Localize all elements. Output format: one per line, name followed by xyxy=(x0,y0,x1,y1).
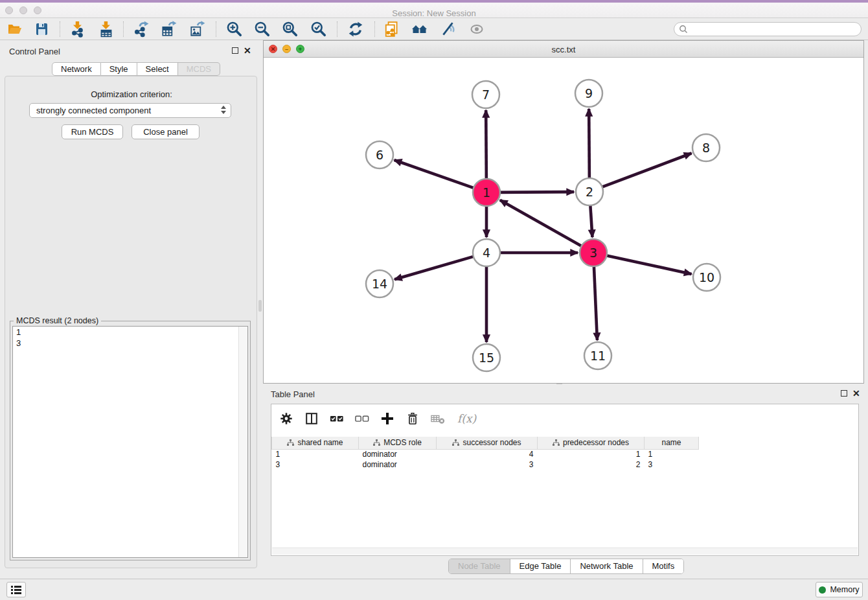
run-mcds-button[interactable]: Run MCDS xyxy=(62,124,123,139)
memory-label: Memory xyxy=(830,585,859,594)
graph-node-label-11: 11 xyxy=(590,349,606,363)
delete-row-icon[interactable] xyxy=(404,410,421,427)
show-graphics-details-icon[interactable] xyxy=(468,21,486,38)
tab-select[interactable]: Select xyxy=(137,62,178,76)
graph-edge-1-2[interactable] xyxy=(499,192,574,192)
column-header[interactable]: name xyxy=(645,437,699,449)
column-header[interactable]: predecessor nodes xyxy=(538,437,645,449)
graph-edge-3-11[interactable] xyxy=(594,266,597,340)
mcds-result-textarea[interactable]: 1 3 xyxy=(12,326,248,558)
tab-network-table[interactable]: Network Table xyxy=(570,559,642,573)
tab-node-table[interactable]: Node Table xyxy=(449,559,510,573)
column-header[interactable]: MCDS role xyxy=(359,437,437,449)
zoom-fit-icon[interactable] xyxy=(281,21,299,38)
graph-node-label-8: 8 xyxy=(702,141,710,155)
import-table-icon[interactable] xyxy=(97,21,115,38)
tab-motifs[interactable]: Motifs xyxy=(643,559,684,573)
hide-graphics-details-icon[interactable] xyxy=(439,21,457,38)
zoom-out-icon[interactable] xyxy=(253,21,271,38)
home-icon[interactable] xyxy=(411,21,429,38)
function-builder-icon: f(x) xyxy=(455,410,481,427)
toolbar-separator xyxy=(123,21,124,37)
toolbar-separator xyxy=(337,21,337,37)
main-toolbar xyxy=(0,18,868,40)
network-window-title: scc.txt xyxy=(264,45,863,54)
table-horizontal-scrollbar[interactable] xyxy=(272,548,858,555)
open-session-icon[interactable] xyxy=(5,21,23,38)
control-panel-title: Control Panel xyxy=(9,47,60,56)
table-header-row: shared name MCDS role successor nodes pr… xyxy=(272,437,859,449)
table-panel: Table Panel ✕ xyxy=(263,386,868,579)
optimization-criterion-label: Optimization criterion: xyxy=(5,89,258,99)
show-columns-icon[interactable] xyxy=(303,410,320,427)
toolbar-separator xyxy=(374,21,375,37)
export-table-icon[interactable] xyxy=(160,21,178,38)
zoom-in-icon[interactable] xyxy=(225,21,244,38)
delete-table-icon xyxy=(429,410,446,427)
column-header[interactable]: successor nodes xyxy=(437,437,538,449)
table-row[interactable]: 1 dominator 4 1 1 xyxy=(272,449,859,459)
network-graph[interactable]: 1234678910111415 xyxy=(264,58,863,383)
graph-edge-1-6[interactable] xyxy=(394,160,474,188)
network-view-window: ✕ – + scc.txt 1234678910111415 xyxy=(263,40,864,384)
save-session-icon[interactable] xyxy=(32,21,51,38)
mcds-result-group: MCDS result (2 nodes) 1 3 xyxy=(10,321,251,560)
tree-icon xyxy=(373,439,380,446)
mcds-result-title: MCDS result (2 nodes) xyxy=(14,316,101,325)
search-icon xyxy=(678,24,689,34)
memory-button[interactable]: Memory xyxy=(816,582,863,597)
table-options-icon[interactable] xyxy=(278,410,295,427)
memory-status-icon xyxy=(819,586,826,594)
tab-network[interactable]: Network xyxy=(52,62,101,76)
tab-edge-table[interactable]: Edge Table xyxy=(510,559,571,573)
export-image-icon[interactable] xyxy=(188,21,207,38)
network-window-titlebar[interactable]: ✕ – + scc.txt xyxy=(264,41,863,58)
search-box[interactable] xyxy=(674,22,862,36)
import-network-icon[interactable] xyxy=(69,21,87,38)
tab-style[interactable]: Style xyxy=(101,62,137,76)
graph-edge-3-10[interactable] xyxy=(606,255,692,274)
float-table-panel-icon[interactable] xyxy=(841,390,847,397)
graph-edge-2-8[interactable] xyxy=(602,153,692,187)
close-panel-button[interactable]: Close panel xyxy=(131,124,200,139)
zoom-selected-icon[interactable] xyxy=(310,21,328,38)
toolbar-separator xyxy=(60,21,60,37)
mcds-result-line: 3 xyxy=(13,338,247,349)
tree-icon xyxy=(553,439,560,446)
search-input[interactable] xyxy=(689,24,861,34)
tab-mcds[interactable]: MCDS xyxy=(178,62,220,76)
graph-edge-3-1[interactable] xyxy=(500,200,582,246)
refresh-icon[interactable] xyxy=(347,21,365,38)
node-table[interactable]: shared name MCDS role successor nodes pr… xyxy=(271,437,858,470)
list-icon xyxy=(10,584,22,595)
control-panel-tabs: Network Style Select MCDS xyxy=(52,62,220,76)
select-stepper-icon xyxy=(221,106,226,114)
vertical-splitter-handle[interactable] xyxy=(258,300,262,312)
add-row-icon[interactable] xyxy=(379,410,396,427)
optimization-criterion-select[interactable]: strongly connected component xyxy=(29,103,231,118)
close-table-panel-icon[interactable]: ✕ xyxy=(852,390,860,397)
export-network-icon[interactable] xyxy=(132,21,150,38)
network-canvas[interactable]: 1234678910111415 xyxy=(264,58,863,383)
graph-edge-1-7[interactable] xyxy=(486,110,486,179)
graph-node-label-9: 9 xyxy=(585,86,593,100)
task-history-button[interactable] xyxy=(6,582,26,597)
graph-node-label-3: 3 xyxy=(589,246,597,260)
tree-icon xyxy=(287,439,294,446)
svg-text:f(x): f(x) xyxy=(457,412,477,425)
table-row[interactable]: 3 dominator 3 2 3 xyxy=(272,459,859,470)
close-panel-icon[interactable]: ✕ xyxy=(244,47,251,54)
graph-edge-2-9[interactable] xyxy=(589,109,589,179)
graph-node-label-6: 6 xyxy=(376,148,383,162)
graph-node-label-14: 14 xyxy=(372,277,387,291)
select-all-icon[interactable] xyxy=(328,410,345,427)
graph-edge-4-14[interactable] xyxy=(394,257,474,280)
mcds-panel-body: Optimization criterion: strongly connect… xyxy=(5,76,257,568)
clone-network-icon[interactable] xyxy=(383,21,401,38)
column-header[interactable]: shared name xyxy=(272,437,359,449)
graph-node-label-7: 7 xyxy=(482,87,490,102)
graph-edge-2-3[interactable] xyxy=(590,205,592,237)
deselect-all-icon[interactable] xyxy=(354,410,371,427)
float-panel-icon[interactable] xyxy=(232,47,238,54)
result-scrollbar[interactable] xyxy=(238,327,247,557)
